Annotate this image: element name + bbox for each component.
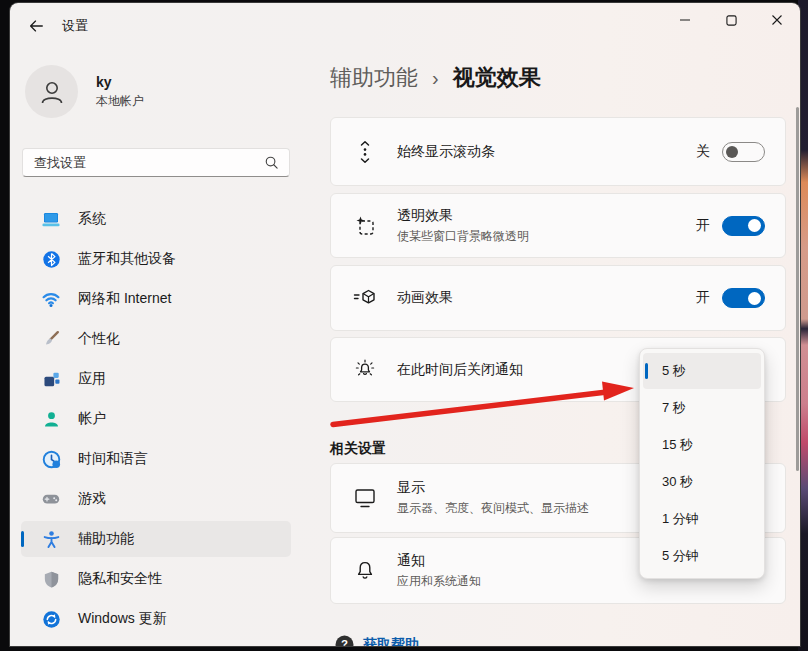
dismiss-notifications-icon <box>353 358 377 382</box>
user-profile[interactable]: ky 本地帐户 <box>25 65 144 118</box>
sidebar-item-apps[interactable]: 应用 <box>21 361 291 397</box>
sidebar-item-bluetooth[interactable]: 蓝牙和其他设备 <box>21 241 291 277</box>
animation-icon <box>353 286 377 310</box>
sidebar-item-accessibility[interactable]: 辅助功能 <box>21 521 291 557</box>
dropdown-option-label: 5 分钟 <box>662 547 699 565</box>
dropdown-option-1min[interactable]: 1 分钟 <box>643 501 761 537</box>
setting-title: 始终显示滚动条 <box>397 143 696 161</box>
dropdown-option-7s[interactable]: 7 秒 <box>643 390 761 426</box>
settings-search-box <box>22 148 290 177</box>
gaming-icon <box>41 489 61 509</box>
user-account-type: 本地帐户 <box>96 93 144 110</box>
minimize-button[interactable] <box>662 3 708 37</box>
notifications-icon <box>353 559 377 583</box>
accounts-icon <box>41 409 61 429</box>
maximize-button[interactable] <box>708 3 754 37</box>
get-help-link[interactable]: 获取帮助 <box>363 636 419 647</box>
sidebar-item-system[interactable]: 系统 <box>21 201 291 237</box>
setting-subtitle: 使某些窗口背景略微透明 <box>397 228 696 245</box>
sidebar-item-gaming[interactable]: 游戏 <box>21 481 291 517</box>
dropdown-option-30s[interactable]: 30 秒 <box>643 464 761 500</box>
accessibility-icon <box>41 529 61 549</box>
dropdown-option-label: 5 秒 <box>662 362 686 380</box>
settings-window: 设置 ky 本地帐户 <box>10 3 800 646</box>
sidebar-item-label: 系统 <box>78 210 106 228</box>
dropdown-option-15s[interactable]: 15 秒 <box>643 427 761 463</box>
transparency-icon <box>353 214 377 238</box>
maximize-icon <box>726 15 737 26</box>
sidebar-nav: 系统 蓝牙和其他设备 网络和 Internet 个性化 <box>21 201 291 641</box>
get-help-row[interactable]: ? 获取帮助 <box>334 634 419 646</box>
display-icon <box>353 486 377 510</box>
toggle-state-label: 开 <box>696 217 710 235</box>
sidebar-item-privacy[interactable]: 隐私和安全性 <box>21 561 291 597</box>
sidebar-item-label: 个性化 <box>78 330 120 348</box>
sidebar-item-label: 应用 <box>78 370 106 388</box>
toggle-knob <box>748 292 761 305</box>
toggle-state-label: 关 <box>696 143 710 161</box>
setting-title: 透明效果 <box>397 207 696 225</box>
sidebar-item-personalization[interactable]: 个性化 <box>21 321 291 357</box>
breadcrumb-chevron-icon: › <box>432 67 439 90</box>
sidebar-item-label: 蓝牙和其他设备 <box>78 250 176 268</box>
bluetooth-icon <box>41 249 61 269</box>
svg-text:?: ? <box>341 638 348 646</box>
toggle-knob <box>726 146 738 158</box>
dropdown-option-label: 30 秒 <box>662 473 693 491</box>
selected-accent-bar <box>21 531 24 547</box>
sidebar-item-label: 网络和 Internet <box>78 290 171 308</box>
help-icon: ? <box>334 634 355 646</box>
close-icon <box>771 14 783 26</box>
dropdown-option-label: 7 秒 <box>662 399 686 417</box>
sidebar-item-network[interactable]: 网络和 Internet <box>21 281 291 317</box>
window-scrollbar[interactable] <box>796 107 799 471</box>
sidebar-item-time-language[interactable]: 时间和语言 <box>21 441 291 477</box>
toggle-knob <box>748 219 761 232</box>
user-name: ky <box>96 74 144 90</box>
dropdown-option-label: 1 分钟 <box>662 510 699 528</box>
network-icon <box>41 289 61 309</box>
sidebar-item-label: 辅助功能 <box>78 530 134 548</box>
animation-toggle[interactable] <box>722 288 765 308</box>
system-icon <box>41 209 61 229</box>
back-arrow-icon <box>27 17 45 35</box>
setting-title: 动画效果 <box>397 289 696 307</box>
toggle-state-label: 开 <box>696 289 710 307</box>
close-button[interactable] <box>754 3 800 37</box>
dropdown-option-5s[interactable]: 5 秒 <box>643 353 761 389</box>
sidebar-item-label: 帐户 <box>78 410 106 428</box>
search-icon[interactable] <box>264 155 289 170</box>
duration-dropdown-flyout: 5 秒 7 秒 15 秒 30 秒 1 分钟 5 分钟 <box>639 348 765 579</box>
screenshot-root: 设置 ky 本地帐户 <box>0 0 808 651</box>
title-bar: 设置 <box>10 3 800 47</box>
search-input[interactable] <box>23 155 264 170</box>
setting-card-transparency: 透明效果 使某些窗口背景略微透明 开 <box>330 193 786 258</box>
sidebar-item-windows-update[interactable]: Windows 更新 <box>21 601 291 637</box>
window-controls <box>662 3 800 37</box>
windows-update-icon <box>41 609 61 629</box>
avatar <box>25 65 78 118</box>
sidebar-item-label: 时间和语言 <box>78 450 148 468</box>
sidebar-item-label: 隐私和安全性 <box>78 570 162 588</box>
transparency-toggle[interactable] <box>722 216 765 236</box>
personalization-icon <box>41 329 61 349</box>
sidebar-item-accounts[interactable]: 帐户 <box>21 401 291 437</box>
related-settings-heading: 相关设置 <box>330 440 386 458</box>
setting-card-animation: 动画效果 开 <box>330 265 786 331</box>
selected-accent-bar <box>645 363 648 379</box>
setting-card-always-show-scrollbars: 始终显示滚动条 关 <box>330 117 786 186</box>
dropdown-option-5min[interactable]: 5 分钟 <box>643 538 761 574</box>
window-title: 设置 <box>62 17 88 35</box>
back-button[interactable] <box>20 13 52 39</box>
breadcrumb: 辅助功能 › 视觉效果 <box>330 63 541 93</box>
sidebar-item-label: 游戏 <box>78 490 106 508</box>
privacy-icon <box>41 569 61 589</box>
page-title: 视觉效果 <box>453 63 541 93</box>
minimize-icon <box>679 14 691 26</box>
apps-icon <box>41 369 61 389</box>
dropdown-option-label: 15 秒 <box>662 436 693 454</box>
scrollbars-toggle[interactable] <box>722 142 765 162</box>
breadcrumb-parent[interactable]: 辅助功能 <box>330 63 418 93</box>
sidebar-item-label: Windows 更新 <box>78 610 167 628</box>
time-language-icon <box>41 449 61 469</box>
